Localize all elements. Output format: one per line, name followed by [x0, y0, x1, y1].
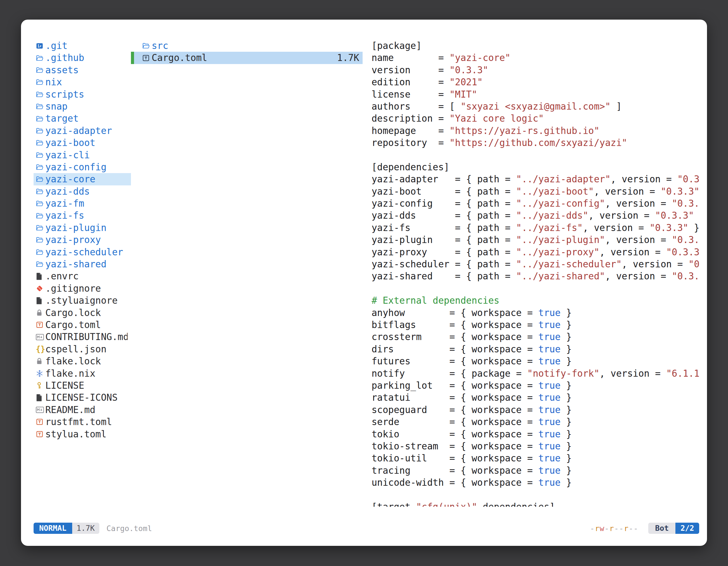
- file-label: yazi-config: [45, 161, 107, 173]
- folder-icon: [36, 175, 45, 183]
- file-label: yazi-adapter: [45, 125, 112, 137]
- file-label: snap: [45, 100, 67, 112]
- file-label: yazi-fs: [45, 210, 84, 222]
- folder-icon: [36, 200, 45, 207]
- file-row[interactable]: .github: [34, 52, 131, 64]
- file-row[interactable]: yazi-dds: [34, 186, 131, 198]
- folder-icon: [36, 66, 45, 74]
- file-label: flake.nix: [45, 367, 95, 379]
- file-label: yazi-scheduler: [45, 246, 123, 258]
- file-label: yazi-shared: [45, 258, 107, 270]
- folder-icon: [36, 163, 45, 171]
- file-row[interactable]: Cargo.lock: [34, 307, 131, 319]
- preview-line: yazi-plugin = { path = "../yazi-plugin",…: [372, 234, 699, 246]
- file-label: yazi-core: [45, 173, 95, 185]
- file-row[interactable]: snap: [34, 100, 131, 112]
- file-row[interactable]: flake.lock: [34, 355, 131, 367]
- preview-line: tokio-util = { workspace = true }: [372, 452, 699, 464]
- file-row[interactable]: yazi-boot: [34, 137, 131, 149]
- nix-icon: [36, 370, 45, 377]
- preview-line: repository = "https://github.com/sxyazi/…: [372, 137, 699, 149]
- file-row[interactable]: .envrc: [34, 270, 131, 282]
- file-row[interactable]: LICENSE: [34, 379, 131, 391]
- preview-line: yazi-shared = { path = "../yazi-shared",…: [372, 270, 699, 282]
- preview-line: futures = { workspace = true }: [372, 355, 699, 367]
- md-icon: [36, 406, 45, 413]
- folder-icon: [36, 127, 45, 135]
- folder-icon: [36, 91, 45, 98]
- file-row[interactable]: stylua.toml: [34, 428, 131, 440]
- preview-line: yazi-config = { path = "../yazi-config",…: [372, 198, 699, 210]
- file-row[interactable]: yazi-shared: [34, 258, 131, 270]
- file-label: yazi-proxy: [45, 234, 101, 246]
- file-label: yazi-dds: [45, 186, 90, 198]
- file-row[interactable]: Cargo.toml 1.7K: [131, 52, 363, 64]
- file-row[interactable]: README.md: [34, 404, 131, 416]
- file-label: .envrc: [45, 270, 79, 282]
- preview-line: homepage = "https://yazi-rs.github.io": [372, 125, 699, 137]
- file-label: LICENSE: [45, 379, 84, 391]
- file-size: 1.7K: [337, 52, 359, 64]
- file-row[interactable]: yazi-core: [34, 173, 131, 185]
- preview-line: tokio-stream = { workspace = true }: [372, 440, 699, 452]
- folder-icon: [36, 261, 45, 268]
- file-row[interactable]: {} cspell.json: [34, 343, 131, 355]
- file-row[interactable]: yazi-scheduler: [34, 246, 131, 258]
- preview-line: crossterm = { workspace = true }: [372, 331, 699, 343]
- toml-dark-icon: [142, 54, 152, 62]
- file-row[interactable]: scripts: [34, 88, 131, 100]
- preview-line: [372, 149, 699, 161]
- file-label: yazi-fm: [45, 198, 84, 210]
- file-label: assets: [45, 64, 79, 76]
- file-label: src: [152, 40, 168, 52]
- file-label: rustfmt.toml: [45, 416, 112, 428]
- toml-icon: [36, 321, 45, 328]
- file-label: yazi-boot: [45, 137, 95, 149]
- lock-icon: [36, 309, 45, 316]
- folder-icon: [36, 188, 45, 195]
- file-row[interactable]: yazi-proxy: [34, 234, 131, 246]
- file-row[interactable]: yazi-fm: [34, 198, 131, 210]
- preview-line: [372, 488, 699, 501]
- file-row[interactable]: nix: [34, 76, 131, 88]
- preview-line: version = "0.3.3": [372, 64, 699, 76]
- file-label: Cargo.toml: [45, 319, 101, 331]
- preview-line: anyhow = { workspace = true }: [372, 307, 699, 319]
- file-row[interactable]: rustfmt.toml: [34, 416, 131, 428]
- preview-line: license = "MIT": [372, 88, 699, 100]
- file-row[interactable]: yazi-adapter: [34, 125, 131, 137]
- file-row[interactable]: .gitignore: [34, 283, 131, 294]
- preview-line: parking_lot = { workspace = true }: [372, 379, 699, 391]
- preview-line: tracing = { workspace = true }: [372, 464, 699, 476]
- preview-line: [package]: [372, 40, 699, 52]
- file-row[interactable]: .styluaignore: [34, 294, 131, 306]
- preview-line: scopeguard = { workspace = true }: [372, 404, 699, 416]
- file-row[interactable]: yazi-config: [34, 161, 131, 173]
- file-row[interactable]: assets: [34, 64, 131, 76]
- file-row[interactable]: CONTRIBUTING.md: [34, 331, 131, 343]
- file-label: yazi-cli: [45, 149, 90, 161]
- file-row[interactable]: flake.nix: [34, 367, 131, 379]
- preview-line: dirs = { workspace = true }: [372, 343, 699, 355]
- folder-icon: [36, 139, 45, 147]
- file-row[interactable]: src: [131, 40, 363, 52]
- file-row[interactable]: yazi-fs: [34, 210, 131, 222]
- folder-icon: [36, 212, 45, 220]
- folder-icon: [36, 151, 45, 159]
- preview-line: yazi-fs = { path = "../yazi-fs", version…: [372, 222, 699, 234]
- preview-line: yazi-dds = { path = "../yazi-dds", versi…: [372, 210, 699, 222]
- file-row[interactable]: yazi-plugin: [34, 222, 131, 234]
- preview-line: ratatui = { workspace = true }: [372, 391, 699, 403]
- file-row[interactable]: target: [34, 112, 131, 125]
- folder-icon: [36, 115, 45, 123]
- preview-line: description = "Yazi core logic": [372, 112, 699, 125]
- file-row[interactable]: LICENSE-ICONS: [34, 391, 131, 403]
- file-row[interactable]: yazi-cli: [34, 149, 131, 161]
- file-row[interactable]: Cargo.toml: [34, 319, 131, 331]
- mode-badge: NORMAL: [34, 523, 72, 534]
- lock-icon: [36, 357, 45, 365]
- file-label: CONTRIBUTING.md: [45, 331, 128, 343]
- preview-line: [372, 283, 699, 294]
- file-row[interactable]: .git: [34, 40, 131, 52]
- git-folder-icon: [36, 42, 45, 50]
